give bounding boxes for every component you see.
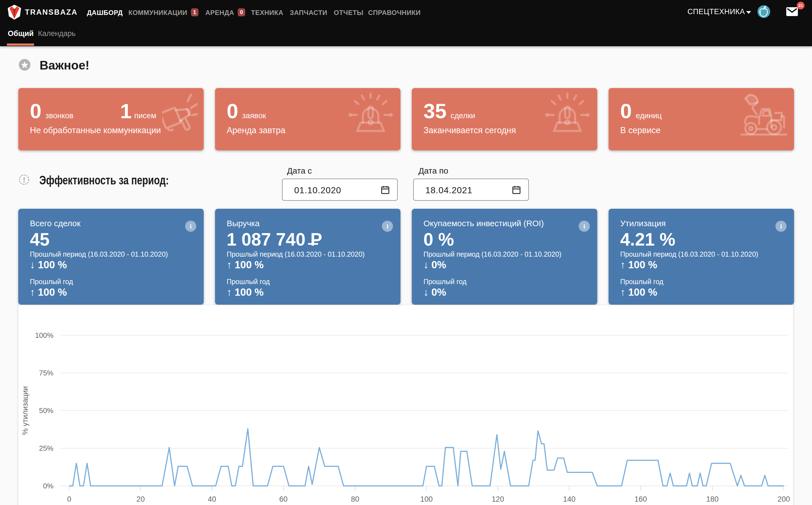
svg-text:100: 100 bbox=[420, 495, 433, 503]
svg-text:0: 0 bbox=[67, 495, 71, 503]
svg-text:160: 160 bbox=[634, 495, 647, 503]
svg-text:140: 140 bbox=[563, 495, 575, 503]
svg-text:25%: 25% bbox=[39, 444, 53, 452]
svg-text:40: 40 bbox=[208, 495, 216, 503]
svg-text:% утилизации: % утилизации bbox=[21, 386, 29, 435]
svg-text:20: 20 bbox=[137, 495, 145, 503]
svg-text:50%: 50% bbox=[39, 406, 53, 415]
svg-text:200: 200 bbox=[777, 495, 790, 503]
svg-text:60: 60 bbox=[279, 495, 287, 503]
svg-text:180: 180 bbox=[706, 495, 719, 503]
svg-text:75%: 75% bbox=[39, 369, 53, 377]
svg-text:120: 120 bbox=[491, 495, 504, 503]
svg-text:100%: 100% bbox=[35, 331, 54, 339]
svg-text:0%: 0% bbox=[43, 482, 53, 490]
svg-text:80: 80 bbox=[351, 495, 359, 503]
